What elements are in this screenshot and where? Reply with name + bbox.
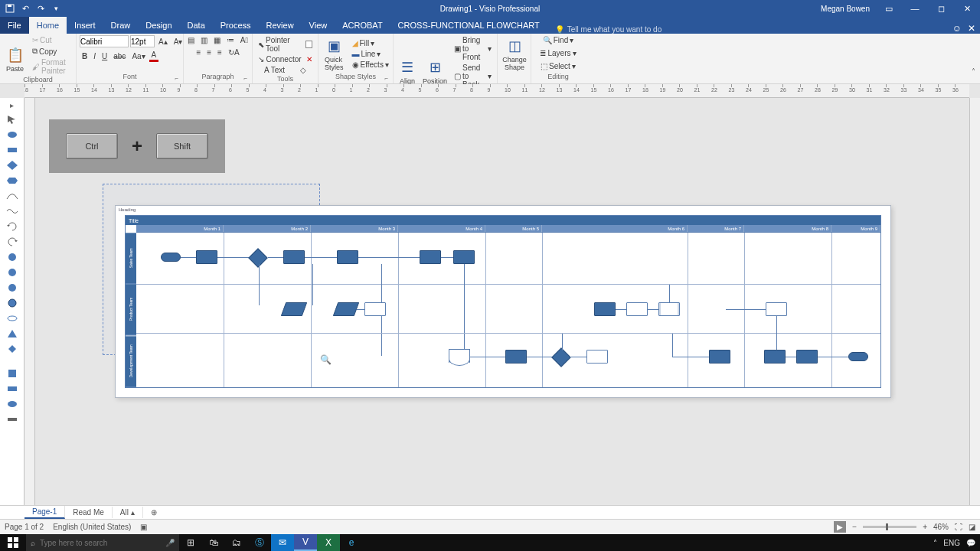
redo-icon[interactable]: ↷ xyxy=(35,3,46,14)
connector-tool-button[interactable]: ↘Connector✕ xyxy=(256,54,314,64)
shape-end[interactable] xyxy=(848,352,868,361)
stencil-ellipse[interactable] xyxy=(6,129,18,140)
lane-label-3[interactable]: Development Team xyxy=(126,336,136,387)
tb-skype-icon[interactable]: Ⓢ xyxy=(248,534,271,551)
maximize-button[interactable]: ◻ xyxy=(928,0,954,17)
stencil-diamond[interactable] xyxy=(6,160,18,171)
stencil-diamond-2[interactable] xyxy=(6,344,18,354)
stencil-hexagon[interactable] xyxy=(6,175,18,186)
paragraph-launcher-icon[interactable]: ⌐ xyxy=(243,75,247,82)
mic-icon[interactable]: 🎤 xyxy=(165,539,175,547)
cross-functional-flowchart[interactable]: Title Month 1 Month 2 Month 3 Month 4 Mo… xyxy=(125,215,881,388)
lane-1[interactable] xyxy=(136,233,880,285)
page-tab-all[interactable]: All ▴ xyxy=(113,507,143,518)
vertical-scrollbar[interactable] xyxy=(969,98,980,510)
stencil-ellipse-3[interactable] xyxy=(6,399,18,409)
col-month-6[interactable]: Month 6 xyxy=(542,225,688,232)
shape-process-13[interactable] xyxy=(764,350,786,364)
font-color-button[interactable]: A xyxy=(149,50,159,62)
text-tool-button[interactable]: AText◇ xyxy=(262,65,309,75)
collapse-ribbon-icon[interactable]: ˄ xyxy=(972,67,975,76)
shape-process-12[interactable] xyxy=(709,350,730,364)
align-top-button[interactable]: ▤ xyxy=(185,35,197,45)
zoom-out-button[interactable]: − xyxy=(852,523,857,531)
shape-start[interactable] xyxy=(161,253,181,262)
align-middle-button[interactable]: ▥ xyxy=(198,35,210,45)
font-name-input[interactable] xyxy=(80,35,129,47)
stencil-circle-2[interactable] xyxy=(6,267,18,278)
shape-process-4[interactable] xyxy=(420,250,441,264)
fit-page-icon[interactable]: ⛶ xyxy=(955,523,962,531)
macro-record-icon[interactable]: ▣ xyxy=(140,523,147,531)
shape-process-5[interactable] xyxy=(453,250,475,264)
task-view-icon[interactable]: ⊞ xyxy=(179,534,202,551)
connection-point-icon[interactable]: ✕ xyxy=(306,55,312,64)
shape-styles-launcher-icon[interactable]: ⌐ xyxy=(384,75,388,82)
page-tab-readme[interactable]: Read Me xyxy=(65,507,113,518)
shape-subprocess-1[interactable] xyxy=(658,302,680,316)
find-button[interactable]: 🔍Find▾ xyxy=(541,35,576,45)
rotate-text-button[interactable]: ↻A xyxy=(226,47,242,57)
clear-format-button[interactable]: A⃠ xyxy=(238,35,250,45)
cff-title[interactable]: Title xyxy=(126,216,880,225)
close-ribbon-icon[interactable]: ✕ xyxy=(968,23,975,34)
tab-design[interactable]: Design xyxy=(138,17,179,34)
tb-explorer-icon[interactable]: 🗂 xyxy=(225,534,248,551)
quick-styles-button[interactable]: ▣Quick Styles xyxy=(322,36,347,73)
shape-process-9[interactable] xyxy=(766,302,787,316)
feedback-icon[interactable]: ☺ xyxy=(952,23,962,34)
lane-label-2[interactable]: Product Team xyxy=(126,284,136,335)
qat-more-icon[interactable]: ▾ xyxy=(51,3,61,14)
tray-keyboard-lang[interactable]: ENG xyxy=(943,539,960,547)
case-button[interactable]: Aa▾ xyxy=(129,51,147,61)
taskbar-search[interactable]: ⌕ 🎤 xyxy=(26,534,179,551)
change-shape-button[interactable]: ◫ChangeShape xyxy=(501,36,528,73)
tab-home[interactable]: Home xyxy=(29,17,67,34)
stencil-more[interactable] xyxy=(6,414,18,425)
align-bottom-button[interactable]: ▦ xyxy=(211,35,223,45)
shapes-expand-icon[interactable]: ▸ xyxy=(10,101,14,109)
stencil-rect[interactable] xyxy=(6,145,18,155)
shape-data-1[interactable] xyxy=(281,302,308,316)
underline-button[interactable]: U xyxy=(100,51,109,61)
col-month-2[interactable]: Month 2 xyxy=(224,225,311,232)
tb-edge-icon[interactable]: e xyxy=(340,534,363,551)
align-left-button[interactable]: ≡ xyxy=(194,47,203,57)
ribbon-display-icon[interactable]: ▭ xyxy=(876,0,902,17)
col-month-9[interactable]: Month 9 xyxy=(831,225,880,232)
align-center-button[interactable]: ≡ xyxy=(204,47,214,57)
lane-3[interactable] xyxy=(136,334,880,383)
presentation-mode-icon[interactable]: ▶ xyxy=(834,521,846,533)
align-right-button[interactable]: ≡ xyxy=(215,47,224,57)
tb-visio-icon[interactable]: V xyxy=(294,534,317,551)
shape-process-8[interactable] xyxy=(626,302,648,316)
bullets-button[interactable]: ≔ xyxy=(224,35,237,45)
stencil-triangle[interactable] xyxy=(6,328,18,339)
pointer-tool-button[interactable]: ⬉Pointer Tool xyxy=(256,35,315,54)
stencil-square[interactable] xyxy=(6,368,18,379)
tb-outlook-icon[interactable]: ✉ xyxy=(271,534,294,551)
tab-view[interactable]: View xyxy=(302,17,335,34)
tab-acrobat[interactable]: ACROBAT xyxy=(335,17,390,34)
user-name[interactable]: Megan Bowen xyxy=(815,5,876,13)
stencil-ellipse-2[interactable] xyxy=(6,313,18,324)
stencil-circle-4[interactable] xyxy=(6,298,18,308)
stencil-wave[interactable] xyxy=(6,206,18,217)
zoom-in-button[interactable]: + xyxy=(923,523,927,531)
status-page[interactable]: Page 1 of 2 xyxy=(5,523,44,531)
shape-process-6[interactable] xyxy=(364,302,386,316)
shape-process-2[interactable] xyxy=(283,250,305,264)
shape-process-1[interactable] xyxy=(196,250,217,264)
paste-button[interactable]: 📋 Paste xyxy=(3,37,27,74)
shape-decision-2[interactable] xyxy=(551,347,570,367)
zoom-slider[interactable] xyxy=(863,526,916,528)
bold-button[interactable]: B xyxy=(80,51,90,61)
layers-button[interactable]: ≣Layers▾ xyxy=(537,48,578,58)
format-painter-button[interactable]: 🖌Format Painter xyxy=(30,57,73,76)
page-tab-1[interactable]: Page-1 xyxy=(24,506,65,519)
col-month-7[interactable]: Month 7 xyxy=(688,225,744,232)
tab-data[interactable]: Data xyxy=(180,17,213,34)
col-month-4[interactable]: Month 4 xyxy=(398,225,485,232)
tb-store-icon[interactable]: 🛍 xyxy=(202,534,225,551)
zoom-slider-thumb[interactable] xyxy=(886,523,888,530)
